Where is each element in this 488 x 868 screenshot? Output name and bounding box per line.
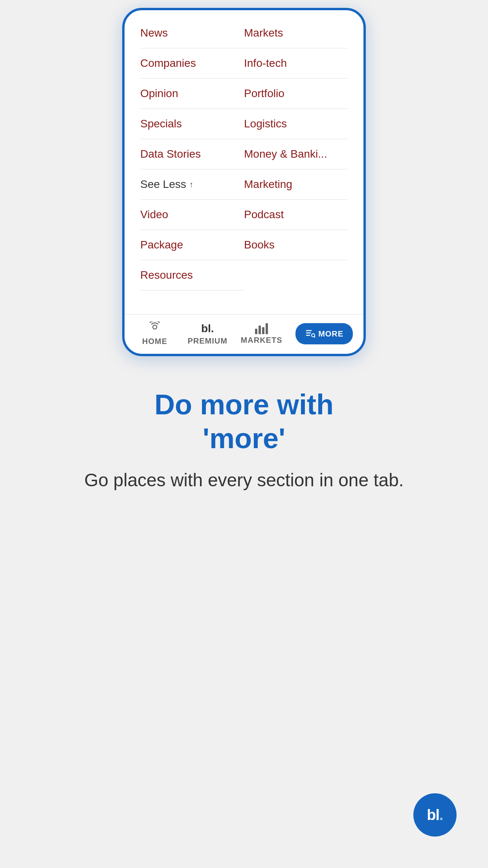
menu-grid: News Companies Opinion Specials Data Sto… <box>140 18 348 291</box>
premium-label: PREMIUM <box>187 337 227 346</box>
menu-right-column: Markets Info-tech Portfolio Logistics Mo… <box>244 18 348 291</box>
menu-item-podcast[interactable]: Podcast <box>244 200 348 230</box>
menu-item-money-banking[interactable]: Money & Banki... <box>244 139 348 169</box>
menu-item-news[interactable]: News <box>140 18 244 48</box>
menu-item-info-tech[interactable]: Info-tech <box>244 48 348 79</box>
menu-item-see-less[interactable]: See Less ↑ <box>140 169 244 200</box>
menu-item-markets[interactable]: Markets <box>244 18 348 48</box>
phone-mockup: News Companies Opinion Specials Data Sto… <box>122 8 366 356</box>
promo-subtitle: Go places with every section in one tab. <box>55 467 433 493</box>
more-label: MORE <box>318 329 343 338</box>
bl-premium-logo: bl. <box>201 322 214 335</box>
menu-link-opinion[interactable]: Opinion <box>140 87 178 99</box>
menu-link-marketing[interactable]: Marketing <box>244 178 292 190</box>
menu-link-package[interactable]: Package <box>140 239 183 251</box>
promo-section: Do more with 'more' Go places with every… <box>0 356 488 516</box>
menu-left-column: News Companies Opinion Specials Data Sto… <box>140 18 244 291</box>
menu-item-specials[interactable]: Specials <box>140 109 244 139</box>
menu-link-books[interactable]: Books <box>244 239 275 251</box>
menu-link-logistics[interactable]: Logistics <box>244 118 287 130</box>
svg-point-0 <box>153 325 157 329</box>
menu-item-logistics[interactable]: Logistics <box>244 109 348 139</box>
menu-link-video[interactable]: Video <box>140 208 168 221</box>
menu-link-see-less[interactable]: See Less ↑ <box>140 178 240 191</box>
menu-link-specials[interactable]: Specials <box>140 118 182 130</box>
home-label: HOME <box>142 337 167 346</box>
menu-item-marketing[interactable]: Marketing <box>244 169 348 200</box>
menu-item-portfolio[interactable]: Portfolio <box>244 79 348 109</box>
menu-link-podcast[interactable]: Podcast <box>244 208 284 221</box>
menu-link-resources[interactable]: Resources <box>140 269 193 281</box>
menu-item-resources[interactable]: Resources <box>140 260 244 291</box>
nav-premium[interactable]: bl. PREMIUM <box>187 322 227 346</box>
menu-item-opinion[interactable]: Opinion <box>140 79 244 109</box>
menu-link-news[interactable]: News <box>140 27 168 39</box>
markets-label: MARKETS <box>241 336 283 345</box>
nav-more[interactable]: MORE <box>295 323 353 344</box>
more-button[interactable]: MORE <box>295 323 353 344</box>
bottom-navigation: HOME bl. PREMIUM MARKETS <box>125 314 363 354</box>
menu-item-video[interactable]: Video <box>140 200 244 230</box>
arrow-up-icon: ↑ <box>189 180 193 189</box>
menu-item-package[interactable]: Package <box>140 230 244 260</box>
brand-dot: . <box>439 807 443 823</box>
menu-link-info-tech[interactable]: Info-tech <box>244 57 287 69</box>
brand-badge: bl. <box>413 793 457 837</box>
menu-search-icon <box>305 328 315 340</box>
svg-line-5 <box>314 337 315 338</box>
markets-chart-icon <box>255 323 268 334</box>
promo-title-line1: Do more with <box>154 389 334 420</box>
nav-home[interactable]: HOME <box>135 322 174 346</box>
brand-badge-text: bl. <box>427 807 443 824</box>
menu-item-data-stories[interactable]: Data Stories <box>140 139 244 169</box>
menu-link-data-stories[interactable]: Data Stories <box>140 148 201 160</box>
menu-link-money-banking[interactable]: Money & Banki... <box>244 148 327 160</box>
menu-link-markets[interactable]: Markets <box>244 27 283 39</box>
radio-icon <box>149 322 161 335</box>
menu-link-companies[interactable]: Companies <box>140 57 196 69</box>
menu-item-books[interactable]: Books <box>244 230 348 260</box>
promo-title-line2: 'more' <box>203 423 285 454</box>
menu-content: News Companies Opinion Specials Data Sto… <box>125 10 363 291</box>
menu-item-companies[interactable]: Companies <box>140 48 244 79</box>
menu-link-portfolio[interactable]: Portfolio <box>244 87 284 99</box>
phone-screen: News Companies Opinion Specials Data Sto… <box>125 10 363 354</box>
promo-title: Do more with 'more' <box>55 388 433 456</box>
nav-markets[interactable]: MARKETS <box>241 323 283 345</box>
